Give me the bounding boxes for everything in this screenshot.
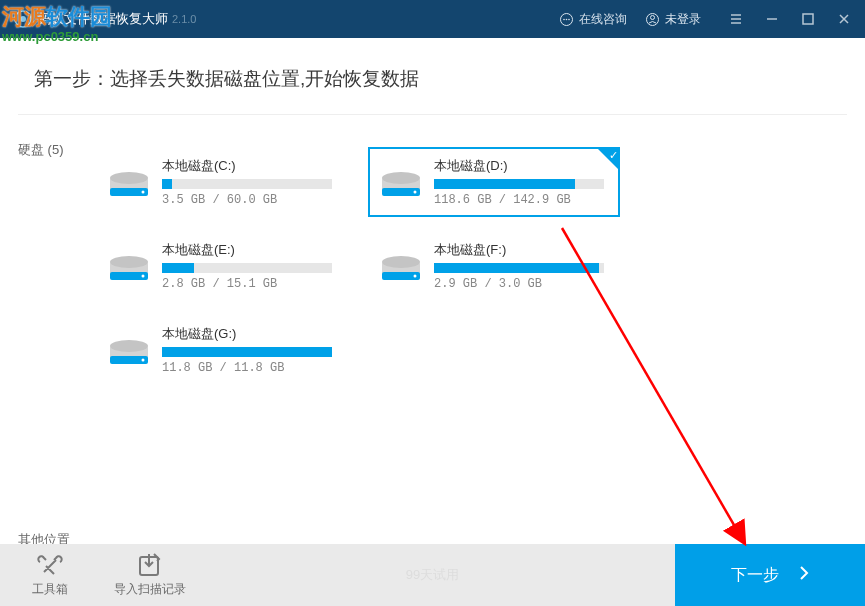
app-logo-icon: [14, 10, 32, 28]
import-scan-label: 导入扫描记录: [114, 581, 186, 598]
disk-size: 3.5 GB / 60.0 GB: [162, 193, 334, 207]
hdd-icon: [380, 163, 422, 203]
disk-usage-bar: [434, 263, 604, 273]
consult-label: 在线咨询: [579, 11, 627, 28]
svg-point-26: [110, 340, 148, 352]
svg-point-18: [110, 256, 148, 268]
menu-icon[interactable]: [729, 12, 743, 26]
disk-usage-bar: [434, 179, 604, 189]
toolbox-button[interactable]: 工具箱: [0, 544, 100, 606]
maximize-button[interactable]: [801, 12, 815, 26]
app-title: 蚂蚁文件数据恢复大师: [38, 10, 168, 28]
toolbox-label: 工具箱: [32, 581, 68, 598]
disk-size: 2.9 GB / 3.0 GB: [434, 277, 606, 291]
disk-card[interactable]: 本地磁盘(C:) 3.5 GB / 60.0 GB: [96, 147, 348, 217]
next-button[interactable]: 下一步: [675, 544, 865, 606]
svg-point-14: [382, 172, 420, 184]
toolbox-icon: [36, 552, 64, 578]
hdd-icon: [108, 247, 150, 287]
step-title: 第一步：选择丢失数据磁盘位置,开始恢复数据: [0, 38, 865, 114]
import-scan-button[interactable]: 导入扫描记录: [100, 544, 200, 606]
hdd-icon: [380, 247, 422, 287]
disk-name: 本地磁盘(F:): [434, 241, 606, 259]
close-button[interactable]: [837, 12, 851, 26]
next-label: 下一步: [731, 565, 779, 586]
app-version: 2.1.0: [172, 13, 196, 25]
svg-point-22: [382, 256, 420, 268]
svg-point-3: [563, 18, 565, 20]
disk-name: 本地磁盘(C:): [162, 157, 334, 175]
disk-name: 本地磁盘(G:): [162, 325, 334, 343]
disk-usage-bar: [162, 179, 332, 189]
disk-name: 本地磁盘(D:): [434, 157, 606, 175]
disk-card[interactable]: 本地磁盘(E:) 2.8 GB / 15.1 GB: [96, 231, 348, 301]
svg-point-7: [651, 15, 655, 19]
disk-name: 本地磁盘(E:): [162, 241, 334, 259]
disk-usage-bar: [162, 347, 332, 357]
trial-text: 99天试用: [406, 566, 459, 584]
hdd-icon: [108, 163, 150, 203]
disk-size: 118.6 GB / 142.9 GB: [434, 193, 606, 207]
titlebar: 蚂蚁文件数据恢复大师 2.1.0 在线咨询 未登录: [0, 0, 865, 38]
chevron-right-icon: [799, 565, 809, 585]
online-consult-link[interactable]: 在线咨询: [559, 11, 627, 28]
disk-size: 11.8 GB / 11.8 GB: [162, 361, 334, 375]
svg-point-5: [568, 18, 570, 20]
hdd-icon: [108, 331, 150, 371]
bottom-bar: 工具箱 导入扫描记录 99天试用 下一步: [0, 544, 865, 606]
svg-point-1: [20, 16, 26, 22]
minimize-button[interactable]: [765, 12, 779, 26]
selected-check-icon: [596, 147, 620, 171]
svg-point-24: [414, 275, 417, 278]
login-link[interactable]: 未登录: [645, 11, 701, 28]
import-icon: [136, 552, 164, 578]
disk-card[interactable]: 本地磁盘(F:) 2.9 GB / 3.0 GB: [368, 231, 620, 301]
svg-point-10: [110, 172, 148, 184]
svg-point-4: [566, 18, 568, 20]
svg-rect-8: [803, 14, 813, 24]
disk-card[interactable]: 本地磁盘(D:) 118.6 GB / 142.9 GB: [368, 147, 620, 217]
disk-card[interactable]: 本地磁盘(G:) 11.8 GB / 11.8 GB: [96, 315, 348, 385]
svg-point-28: [142, 359, 145, 362]
disks-grid: 本地磁盘(C:) 3.5 GB / 60.0 GB 本地磁盘(D:) 118.6…: [0, 141, 865, 385]
disk-usage-bar: [162, 263, 332, 273]
disk-size: 2.8 GB / 15.1 GB: [162, 277, 334, 291]
svg-point-20: [142, 275, 145, 278]
svg-point-12: [142, 191, 145, 194]
svg-point-16: [414, 191, 417, 194]
login-label: 未登录: [665, 11, 701, 28]
